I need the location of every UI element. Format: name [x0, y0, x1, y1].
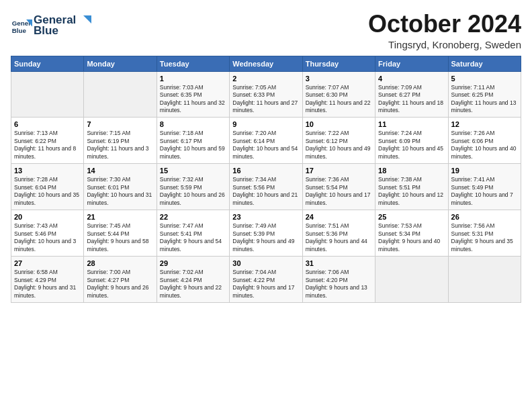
- day-cell: 9Sunrise: 7:20 AMSunset: 6:14 PMDaylight…: [230, 118, 302, 164]
- day-info: Sunrise: 6:58 AMSunset: 4:29 PMDaylight:…: [14, 269, 81, 300]
- day-number: 28: [87, 259, 153, 267]
- day-number: 22: [160, 213, 226, 221]
- day-cell: [448, 257, 521, 303]
- weekday-header-sunday: Sunday: [11, 56, 84, 71]
- day-cell: [84, 71, 157, 118]
- weekday-header-tuesday: Tuesday: [157, 56, 229, 71]
- day-info: Sunrise: 7:45 AMSunset: 5:44 PMDaylight:…: [87, 222, 153, 253]
- day-info: Sunrise: 7:32 AMSunset: 5:59 PMDaylight:…: [160, 176, 226, 207]
- day-cell: 11Sunrise: 7:24 AMSunset: 6:09 PMDayligh…: [375, 118, 448, 164]
- day-cell: 18Sunrise: 7:38 AMSunset: 5:51 PMDayligh…: [375, 164, 448, 210]
- day-number: 7: [87, 120, 153, 128]
- day-number: 31: [306, 259, 372, 267]
- day-cell: 15Sunrise: 7:32 AMSunset: 5:59 PMDayligh…: [157, 164, 229, 210]
- day-number: 19: [451, 167, 518, 175]
- day-info: Sunrise: 7:56 AMSunset: 5:31 PMDaylight:…: [451, 222, 518, 253]
- day-number: 10: [306, 120, 372, 128]
- svg-marker-4: [83, 15, 91, 24]
- weekday-header-monday: Monday: [84, 56, 157, 71]
- day-cell: 1Sunrise: 7:03 AMSunset: 6:35 PMDaylight…: [157, 71, 229, 118]
- day-info: Sunrise: 7:34 AMSunset: 5:56 PMDaylight:…: [232, 176, 299, 207]
- day-cell: 3Sunrise: 7:07 AMSunset: 6:30 PMDaylight…: [302, 71, 375, 118]
- day-info: Sunrise: 7:41 AMSunset: 5:49 PMDaylight:…: [451, 176, 518, 207]
- day-cell: [11, 71, 84, 118]
- weekday-header-saturday: Saturday: [448, 56, 521, 71]
- week-row-4: 20Sunrise: 7:43 AMSunset: 5:46 PMDayligh…: [11, 210, 521, 257]
- day-cell: 4Sunrise: 7:09 AMSunset: 6:27 PMDaylight…: [375, 71, 448, 118]
- day-cell: 17Sunrise: 7:36 AMSunset: 5:54 PMDayligh…: [302, 164, 375, 210]
- week-row-3: 13Sunrise: 7:28 AMSunset: 6:04 PMDayligh…: [11, 164, 521, 210]
- day-number: 27: [14, 259, 81, 267]
- day-info: Sunrise: 7:51 AMSunset: 5:36 PMDaylight:…: [306, 222, 372, 253]
- day-cell: 28Sunrise: 7:00 AMSunset: 4:27 PMDayligh…: [84, 257, 157, 303]
- day-info: Sunrise: 7:15 AMSunset: 6:19 PMDaylight:…: [87, 130, 153, 161]
- day-cell: 29Sunrise: 7:02 AMSunset: 4:24 PMDayligh…: [157, 257, 229, 303]
- day-info: Sunrise: 7:24 AMSunset: 6:09 PMDaylight:…: [378, 130, 445, 161]
- logo-bird-icon: [77, 14, 91, 26]
- day-info: Sunrise: 7:18 AMSunset: 6:17 PMDaylight:…: [160, 130, 226, 161]
- day-info: Sunrise: 7:20 AMSunset: 6:14 PMDaylight:…: [232, 130, 299, 161]
- day-number: 9: [232, 120, 299, 128]
- day-number: 4: [378, 75, 445, 83]
- day-info: Sunrise: 7:02 AMSunset: 4:24 PMDaylight:…: [160, 269, 226, 300]
- day-info: Sunrise: 7:07 AMSunset: 6:30 PMDaylight:…: [306, 84, 372, 115]
- calendar-table: SundayMondayTuesdayWednesdayThursdayFrid…: [11, 56, 521, 303]
- day-number: 24: [306, 213, 372, 221]
- day-cell: 12Sunrise: 7:26 AMSunset: 6:06 PMDayligh…: [448, 118, 521, 164]
- day-cell: 27Sunrise: 6:58 AMSunset: 4:29 PMDayligh…: [11, 257, 84, 303]
- location: Tingsryd, Kronoberg, Sweden: [368, 39, 521, 50]
- day-info: Sunrise: 7:30 AMSunset: 6:01 PMDaylight:…: [87, 176, 153, 207]
- day-number: 26: [451, 213, 518, 221]
- day-info: Sunrise: 7:43 AMSunset: 5:46 PMDaylight:…: [14, 222, 81, 253]
- day-number: 23: [232, 213, 299, 221]
- day-info: Sunrise: 7:38 AMSunset: 5:51 PMDaylight:…: [378, 176, 445, 207]
- day-info: Sunrise: 7:49 AMSunset: 5:39 PMDaylight:…: [232, 222, 299, 253]
- day-cell: 5Sunrise: 7:11 AMSunset: 6:25 PMDaylight…: [448, 71, 521, 118]
- day-cell: 20Sunrise: 7:43 AMSunset: 5:46 PMDayligh…: [11, 210, 84, 257]
- week-row-2: 6Sunrise: 7:13 AMSunset: 6:22 PMDaylight…: [11, 118, 521, 164]
- day-cell: 10Sunrise: 7:22 AMSunset: 6:12 PMDayligh…: [302, 118, 375, 164]
- day-cell: 24Sunrise: 7:51 AMSunset: 5:36 PMDayligh…: [302, 210, 375, 257]
- day-cell: 14Sunrise: 7:30 AMSunset: 6:01 PMDayligh…: [84, 164, 157, 210]
- week-row-5: 27Sunrise: 6:58 AMSunset: 4:29 PMDayligh…: [11, 257, 521, 303]
- logo: General Blue General Blue: [11, 13, 91, 38]
- month-title: October 2024: [368, 11, 521, 38]
- day-cell: 23Sunrise: 7:49 AMSunset: 5:39 PMDayligh…: [230, 210, 302, 257]
- day-cell: 21Sunrise: 7:45 AMSunset: 5:44 PMDayligh…: [84, 210, 157, 257]
- day-number: 17: [306, 167, 372, 175]
- day-number: 5: [451, 75, 518, 83]
- day-number: 13: [14, 167, 81, 175]
- day-cell: 8Sunrise: 7:18 AMSunset: 6:17 PMDaylight…: [157, 118, 229, 164]
- day-info: Sunrise: 7:53 AMSunset: 5:34 PMDaylight:…: [378, 222, 445, 253]
- weekday-header-wednesday: Wednesday: [230, 56, 302, 71]
- day-info: Sunrise: 7:06 AMSunset: 4:20 PMDaylight:…: [306, 269, 372, 300]
- day-info: Sunrise: 7:13 AMSunset: 6:22 PMDaylight:…: [14, 130, 81, 161]
- day-cell: 19Sunrise: 7:41 AMSunset: 5:49 PMDayligh…: [448, 164, 521, 210]
- day-number: 12: [451, 120, 518, 128]
- day-number: 16: [232, 167, 299, 175]
- calendar-page: General Blue General Blue October 2024 T…: [0, 0, 532, 411]
- day-number: 11: [378, 120, 445, 128]
- day-cell: 31Sunrise: 7:06 AMSunset: 4:20 PMDayligh…: [302, 257, 375, 303]
- day-number: 8: [160, 120, 226, 128]
- day-info: Sunrise: 7:22 AMSunset: 6:12 PMDaylight:…: [306, 130, 372, 161]
- header: General Blue General Blue October 2024 T…: [11, 11, 521, 50]
- day-info: Sunrise: 7:11 AMSunset: 6:25 PMDaylight:…: [451, 84, 518, 115]
- day-info: Sunrise: 7:28 AMSunset: 6:04 PMDaylight:…: [14, 176, 81, 207]
- day-cell: 30Sunrise: 7:04 AMSunset: 4:22 PMDayligh…: [230, 257, 302, 303]
- weekday-header-row: SundayMondayTuesdayWednesdayThursdayFrid…: [11, 56, 521, 71]
- day-cell: 26Sunrise: 7:56 AMSunset: 5:31 PMDayligh…: [448, 210, 521, 257]
- day-cell: 2Sunrise: 7:05 AMSunset: 6:33 PMDaylight…: [230, 71, 302, 118]
- day-number: 6: [14, 120, 81, 128]
- week-row-1: 1Sunrise: 7:03 AMSunset: 6:35 PMDaylight…: [11, 71, 521, 118]
- day-number: 29: [160, 259, 226, 267]
- day-cell: 22Sunrise: 7:47 AMSunset: 5:41 PMDayligh…: [157, 210, 229, 257]
- svg-text:Blue: Blue: [12, 27, 27, 34]
- day-cell: [375, 257, 448, 303]
- day-info: Sunrise: 7:47 AMSunset: 5:41 PMDaylight:…: [160, 222, 226, 253]
- day-number: 3: [306, 75, 372, 83]
- day-number: 20: [14, 213, 81, 221]
- day-cell: 13Sunrise: 7:28 AMSunset: 6:04 PMDayligh…: [11, 164, 84, 210]
- day-info: Sunrise: 7:00 AMSunset: 4:27 PMDaylight:…: [87, 269, 153, 300]
- logo-icon: General Blue: [11, 15, 32, 36]
